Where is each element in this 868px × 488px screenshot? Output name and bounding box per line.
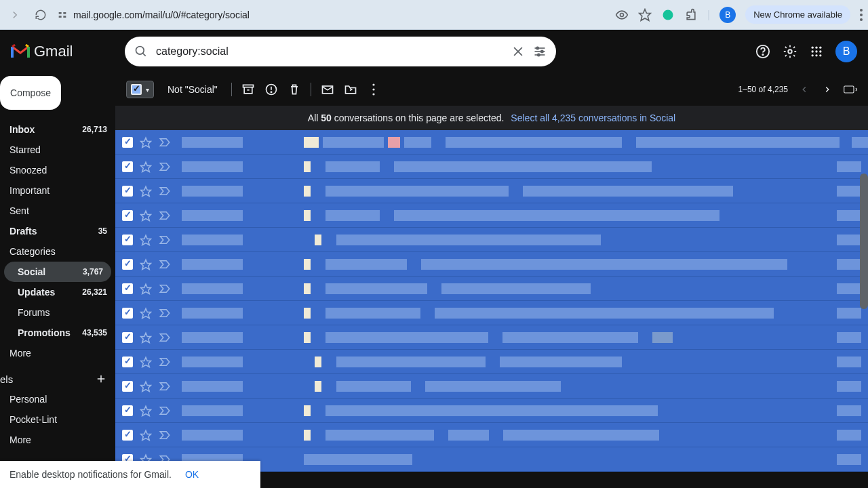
mail-row[interactable] [115, 277, 868, 301]
newer-page-icon[interactable] [797, 83, 811, 96]
grammarly-icon[interactable] [661, 8, 675, 22]
star-icon[interactable] [140, 209, 152, 222]
reload-icon[interactable] [31, 5, 50, 24]
eye-icon[interactable] [615, 8, 629, 22]
sidebar-label-pocket-lint[interactable]: Pocket-Lint [0, 409, 115, 430]
row-checkbox[interactable] [122, 308, 133, 319]
row-checkbox[interactable] [122, 186, 133, 197]
new-chrome-button[interactable]: New Chrome available [745, 5, 850, 24]
mail-row[interactable] [115, 374, 868, 399]
row-checkbox[interactable] [122, 210, 133, 221]
logo-area[interactable]: Gmail [11, 43, 114, 60]
add-label-icon[interactable] [95, 373, 107, 385]
star-icon[interactable] [140, 161, 152, 173]
account-avatar[interactable]: B [835, 41, 857, 62]
sidebar-item-drafts[interactable]: Drafts35 [0, 221, 115, 241]
sidebar-item-categories[interactable]: Categories [0, 241, 115, 262]
importance-icon[interactable] [159, 333, 171, 342]
mail-row[interactable] [115, 203, 868, 228]
mark-unread-icon[interactable] [321, 83, 334, 96]
mail-row[interactable] [115, 252, 868, 277]
apps-grid-icon[interactable] [810, 45, 823, 58]
row-checkbox[interactable] [122, 137, 133, 148]
row-checkbox[interactable] [122, 283, 133, 294]
search-input[interactable] [156, 45, 503, 58]
sidebar-more[interactable]: More [0, 343, 115, 363]
row-checkbox[interactable] [122, 430, 133, 441]
sidebar-item-sent[interactable]: Sent [0, 201, 115, 221]
importance-icon[interactable] [159, 382, 171, 391]
importance-icon[interactable] [159, 260, 171, 269]
mail-row[interactable] [115, 301, 868, 325]
browser-profile-avatar[interactable]: B [719, 7, 736, 23]
settings-icon[interactable] [783, 44, 797, 59]
sidebar-category-forums[interactable]: Forums [0, 302, 115, 323]
extensions-icon[interactable] [684, 8, 698, 22]
star-icon[interactable] [140, 331, 152, 344]
mail-row[interactable] [115, 130, 868, 155]
row-checkbox[interactable] [122, 161, 133, 172]
star-icon[interactable] [140, 429, 152, 441]
address-bar[interactable]: mail.google.com/mail/u/0/#category/socia… [57, 9, 608, 20]
star-icon[interactable] [140, 185, 152, 197]
sidebar-item-inbox[interactable]: Inbox26,713 [0, 119, 115, 140]
row-checkbox[interactable] [122, 235, 133, 245]
sidebar-category-updates[interactable]: Updates26,321 [0, 282, 115, 302]
move-to-icon[interactable] [344, 83, 357, 96]
forward-icon[interactable] [5, 5, 24, 24]
mail-row[interactable] [115, 155, 868, 179]
mail-row[interactable] [115, 325, 868, 350]
help-icon[interactable] [755, 44, 770, 59]
input-tools-icon[interactable] [844, 83, 857, 96]
importance-icon[interactable] [159, 235, 171, 245]
sidebar-label-personal[interactable]: Personal [0, 389, 115, 409]
browser-menu-icon[interactable] [860, 9, 863, 21]
mail-row[interactable] [115, 350, 868, 374]
search-bar[interactable] [125, 37, 556, 66]
star-icon[interactable] [140, 258, 152, 270]
search-icon[interactable] [134, 45, 148, 58]
row-checkbox[interactable] [122, 381, 133, 392]
search-options-icon[interactable] [533, 45, 547, 58]
sidebar-category-social[interactable]: Social3,767 [4, 262, 111, 282]
delete-icon[interactable] [288, 83, 301, 96]
sidebar-labels-more[interactable]: More [0, 430, 115, 450]
importance-icon[interactable] [159, 138, 171, 147]
star-icon[interactable] [140, 380, 152, 392]
mail-row[interactable] [115, 228, 868, 252]
clear-search-icon[interactable] [511, 45, 525, 58]
notification-ok-button[interactable]: OK [185, 469, 199, 480]
site-info-icon[interactable] [57, 9, 68, 20]
importance-icon[interactable] [159, 186, 171, 196]
star-icon[interactable] [140, 356, 152, 368]
compose-button[interactable]: Compose [0, 76, 61, 110]
row-checkbox[interactable] [122, 357, 133, 367]
importance-icon[interactable] [159, 162, 171, 171]
importance-icon[interactable] [159, 406, 171, 415]
importance-icon[interactable] [159, 284, 171, 293]
row-checkbox[interactable] [122, 259, 133, 270]
sidebar-item-snoozed[interactable]: Snoozed [0, 160, 115, 180]
select-all-dropdown-icon[interactable]: ▾ [143, 86, 152, 94]
not-social-button[interactable]: Not "Social" [163, 84, 222, 95]
scrollbar-thumb[interactable] [860, 174, 868, 309]
row-checkbox[interactable] [122, 405, 133, 416]
importance-icon[interactable] [159, 430, 171, 440]
star-icon[interactable] [140, 405, 152, 417]
report-spam-icon[interactable] [264, 83, 278, 96]
importance-icon[interactable] [159, 357, 171, 367]
sidebar-item-starred[interactable]: Starred [0, 140, 115, 160]
archive-icon[interactable] [241, 83, 255, 96]
sidebar-item-important[interactable]: Important [0, 180, 115, 201]
sidebar-category-promotions[interactable]: Promotions43,535 [0, 323, 115, 343]
more-actions-icon[interactable] [367, 83, 380, 96]
star-icon[interactable] [140, 136, 152, 148]
mail-row[interactable] [115, 399, 868, 423]
mail-row[interactable] [115, 179, 868, 203]
importance-icon[interactable] [159, 308, 171, 318]
row-checkbox[interactable] [122, 332, 133, 343]
star-icon[interactable] [140, 283, 152, 295]
mail-row[interactable] [115, 423, 868, 447]
select-all-checkbox[interactable]: ▾ [126, 81, 154, 98]
bookmark-star-icon[interactable] [638, 8, 652, 22]
